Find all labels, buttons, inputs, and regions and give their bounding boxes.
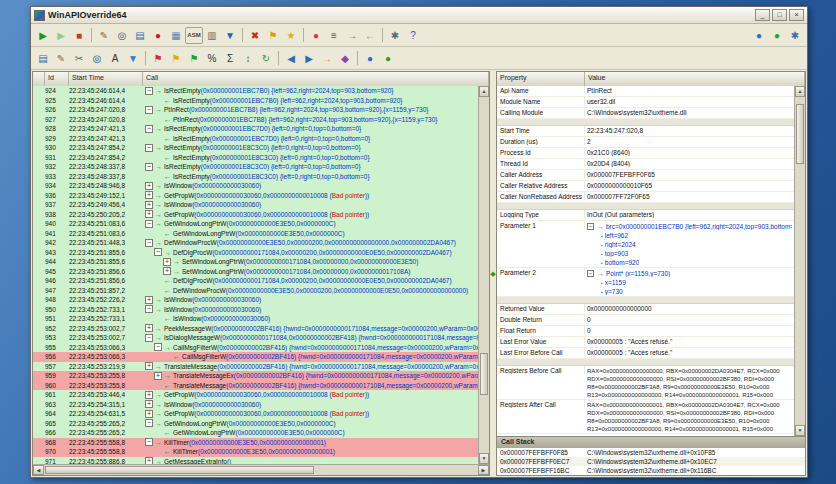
log-row[interactable]: 93022:23:45:247:854,2−→IsRectEmpty(0x000… (33, 143, 478, 153)
expander-plus-icon[interactable]: + (163, 267, 171, 275)
percent-icon[interactable]: % (203, 50, 221, 67)
log-row[interactable]: 95522:23:45:253:066,3−→CallMsgFilterW(0x… (33, 343, 478, 353)
property-row[interactable]: Logging TypeInOut (Out parameters) (497, 210, 794, 221)
goto-caller-icon[interactable]: → (318, 50, 336, 67)
scroll-thumb-horizontal[interactable] (45, 466, 314, 474)
property-row[interactable]: Double Return0 (497, 315, 794, 326)
dump-memory-icon[interactable]: ▼ (221, 27, 239, 44)
log-row[interactable]: 93622:23:45:249:152,1+→GetPropW(0x000000… (33, 191, 478, 201)
property-row[interactable]: Caller Address0x000007FEFBFF0F65 (497, 170, 794, 181)
expander-plus-icon[interactable]: + (145, 296, 153, 304)
expander-plus-icon[interactable]: + (145, 400, 153, 408)
minimize-button[interactable]: _ (755, 9, 770, 21)
log-row[interactable]: 94022:23:45:251:083,6−→GetWindowLongPtrW… (33, 219, 478, 229)
stop-monitoring-icon[interactable]: ■ (70, 27, 88, 44)
scroll-left-icon[interactable] (33, 465, 44, 475)
param-tree-child[interactable]: ▪top=903 (587, 249, 792, 258)
log-row[interactable]: 96422:23:45:254:631,5+→GetPropW(0x000000… (33, 409, 478, 419)
auto-scroll-icon[interactable]: ▼ (124, 50, 142, 67)
log-row[interactable]: 94322:23:45:251:855,6−→DefDlgProcW(0x000… (33, 248, 478, 258)
sort-icon[interactable]: ↕ (239, 50, 257, 67)
expander-plus-icon[interactable]: + (145, 362, 153, 370)
log-row[interactable]: 92622:23:45:247:020,8−→PtInRect(0x000000… (33, 105, 478, 115)
start-monitoring-icon[interactable]: ▶ (34, 27, 52, 44)
log-row[interactable]: 94422:23:45:251:855,6+→SetWindowLongPtrW… (33, 257, 478, 267)
options-icon[interactable]: ✱ (386, 27, 404, 44)
expander-minus-icon[interactable]: − (145, 334, 153, 342)
log-row[interactable]: 95922:23:45:253:255,8+→TranslateMessageE… (33, 371, 478, 381)
property-row[interactable]: Duration (us)2 (497, 137, 794, 148)
search-api-icon[interactable]: ◎ (113, 27, 131, 44)
property-row[interactable]: Last Error Before Call0x00000005 : "Accè… (497, 348, 794, 359)
expander-plus-icon[interactable]: + (145, 324, 153, 332)
network-receive-icon[interactable]: ● (768, 27, 786, 44)
property-row[interactable]: Float Return0 (497, 326, 794, 337)
param-tree-child[interactable]: ▪x=1159 (587, 278, 792, 287)
property-row[interactable]: Returned Value0x0000000000000000 (497, 304, 794, 315)
unhook-functions-icon[interactable]: ← (361, 27, 379, 44)
log-row[interactable]: 92722:23:45:247:020,8←PtInRect(0x0000000… (33, 115, 478, 125)
log-vertical-scrollbar[interactable] (478, 86, 489, 464)
help-icon[interactable]: ? (404, 27, 422, 44)
call-stack-row[interactable]: 0x000007FEFBFF0F85C:\Windows\system32\ux… (497, 448, 805, 457)
flag-yellow-icon[interactable]: ⚑ (167, 50, 185, 67)
param-tree-child[interactable]: ▪right=2024 (587, 240, 792, 249)
log-row[interactable]: 92522:23:45:246:614,4←IsRectEmpty(0x0000… (33, 96, 478, 106)
hook-functions-icon[interactable]: → (343, 27, 361, 44)
bookmark-icon[interactable]: ★ (282, 27, 300, 44)
property-row[interactable]: Calling ModuleC:\Windows\system32\uxthem… (497, 108, 794, 119)
log-row[interactable]: 97022:23:45:255:558,8←KillTimer(0x000000… (33, 447, 478, 457)
column-header-call[interactable]: Call (143, 72, 489, 86)
expander-plus-icon[interactable]: + (145, 182, 153, 190)
log-row[interactable]: 92922:23:45:247:421,3←IsRectEmpty(0x0000… (33, 134, 478, 144)
log-row[interactable]: 96022:23:45:253:255,8←TranslateMessage(0… (33, 381, 478, 391)
expander-plus-icon[interactable]: + (145, 201, 153, 209)
expander-minus-icon[interactable]: − (145, 163, 153, 171)
scroll-right-icon[interactable] (478, 465, 489, 475)
param-tree-child[interactable]: ▪y=730 (587, 287, 792, 296)
flag-red-icon[interactable]: ⚑ (149, 50, 167, 67)
log-row[interactable]: 94222:23:45:251:448,3−→DefWindowProcW(0x… (33, 238, 478, 248)
log-row[interactable]: 93122:23:45:247:854,2←IsRectEmpty(0x0000… (33, 153, 478, 163)
log-row[interactable]: 97122:23:45:255:886,8+→GetMessageExtraIn… (33, 457, 478, 465)
log-row[interactable]: 93322:23:45:248:337,8←IsRectEmpty(0x0000… (33, 172, 478, 182)
dotnet-monitoring-icon[interactable]: ● (379, 50, 397, 67)
log-row[interactable]: 95122:23:45:252:733,1←IsWindow(0x0000000… (33, 314, 478, 324)
param-tree-child[interactable]: ▪bottom=920 (587, 258, 792, 267)
expander-minus-icon[interactable]: − (145, 419, 153, 427)
log-row[interactable]: 93222:23:45:248:337,8−→IsRectEmpty(0x000… (33, 162, 478, 172)
clear-log-icon[interactable]: ✖ (246, 27, 264, 44)
call-stack-icon[interactable]: ≡ (325, 27, 343, 44)
log-row[interactable]: 93722:23:45:249:456,4+→IsWindow(0x000000… (33, 200, 478, 210)
property-row[interactable]: Parameter 1−→brc=0x000000001EBC7B0 {left… (497, 221, 794, 268)
log-row[interactable]: 92422:23:45:246:614,4−→IsRectEmpty(0x000… (33, 86, 478, 96)
column-header-property[interactable]: Property (497, 72, 585, 86)
com-monitoring-icon[interactable]: ● (361, 50, 379, 67)
scroll-track[interactable] (479, 97, 489, 453)
next-result-icon[interactable]: ▶ (300, 50, 318, 67)
property-row[interactable]: Start Time22:23:45:247:020,8 (497, 126, 794, 137)
property-row[interactable]: Registers After CallRAX=0x00000000000000… (497, 400, 794, 434)
log-row[interactable]: 94722:23:45:251:857,2←DefWindowProcW(0x0… (33, 286, 478, 296)
property-row[interactable]: Registers Before CallRAX=0x0000000000000… (497, 366, 794, 400)
log-row[interactable]: 96522:23:45:255:265,2−→GetWindowLongPtrW… (33, 419, 478, 429)
expander-minus-icon[interactable]: − (145, 305, 153, 313)
expander-plus-icon[interactable]: + (163, 258, 171, 266)
scroll-thumb[interactable] (796, 104, 804, 164)
sum-icon[interactable]: Σ (221, 50, 239, 67)
expander-plus-icon[interactable]: + (145, 410, 153, 418)
expander-minus-icon[interactable]: − (145, 87, 153, 95)
column-header-id[interactable]: Id (45, 72, 69, 86)
expander-plus-icon[interactable]: + (145, 457, 153, 464)
property-row[interactable]: Api NamePtInRect (497, 86, 794, 97)
property-row[interactable]: Last Error Value0x00000005 : "Accès refu… (497, 337, 794, 348)
log-row[interactable]: 96822:23:45:255:558,8−→KillTimer(0x00000… (33, 438, 478, 448)
previous-result-icon[interactable]: ◀ (282, 50, 300, 67)
expander-minus-icon[interactable]: − (154, 248, 162, 256)
splitter-handle-icon[interactable]: ◆ (490, 270, 495, 278)
log-row[interactable]: 92822:23:45:247:421,3−→IsRectEmpty(0x000… (33, 124, 478, 134)
processes-window-icon[interactable]: ▤ (131, 27, 149, 44)
log-row[interactable]: 94122:23:45:251:083,6←GetWindowLongPtrW(… (33, 229, 478, 239)
monitor-heap-icon[interactable]: ◆ (336, 50, 354, 67)
flag-green-icon[interactable]: ⚑ (185, 50, 203, 67)
